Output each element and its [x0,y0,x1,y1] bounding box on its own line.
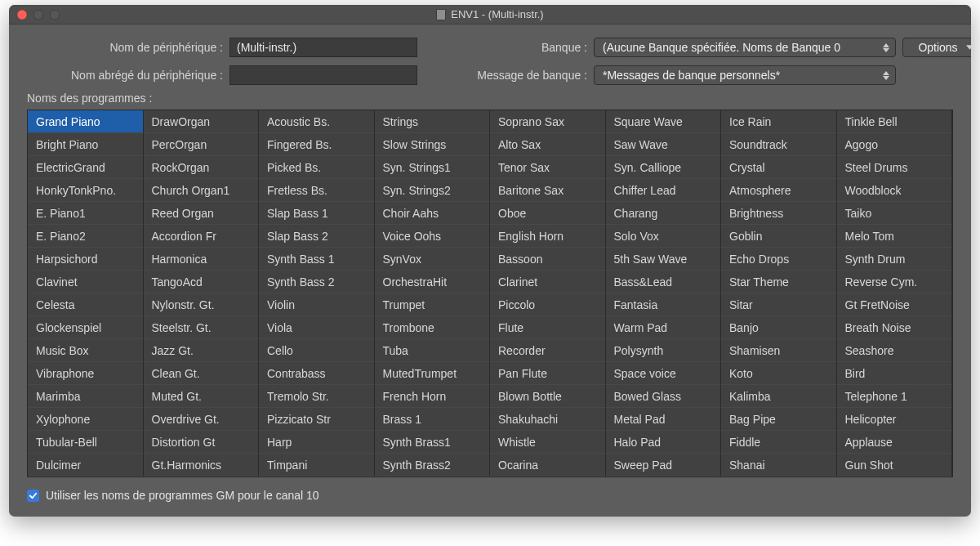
program-cell[interactable]: Baritone Sax [490,179,606,202]
program-cell[interactable]: Charang [606,202,722,225]
program-cell[interactable]: Gt.Harmonics [144,454,260,477]
program-cell[interactable]: Vibraphone [28,362,144,385]
program-cell[interactable]: Harpsichord [28,248,144,271]
program-cell[interactable]: Telephone 1 [837,385,953,408]
program-cell[interactable]: Music Box [28,339,144,362]
program-cell[interactable]: Trumpet [375,293,491,316]
program-cell[interactable]: Steel Drums [837,156,953,179]
program-cell[interactable]: Distortion Gt [144,431,260,454]
program-cell[interactable]: Halo Pad [606,431,722,454]
program-cell[interactable]: Tinkle Bell [837,110,953,133]
program-cell[interactable]: Overdrive Gt. [144,408,260,431]
program-cell[interactable]: Sweep Pad [606,454,722,477]
program-cell[interactable]: 5th Saw Wave [606,248,722,271]
program-cell[interactable]: Chiffer Lead [606,179,722,202]
program-cell[interactable]: TangoAcd [144,271,260,293]
program-cell[interactable]: Tremolo Str. [259,385,375,408]
program-cell[interactable]: Violin [259,293,375,316]
program-cell[interactable]: Synth Drum [837,248,953,271]
program-cell[interactable]: Oboe [490,202,606,225]
program-cell[interactable]: Xylophone [28,408,144,431]
program-cell[interactable]: Brass 1 [375,408,491,431]
program-cell[interactable]: Applause [837,431,953,454]
program-cell[interactable]: Banjo [721,316,837,339]
program-cell[interactable]: Reed Organ [144,202,260,225]
program-cell[interactable]: Brightness [721,202,837,225]
program-cell[interactable]: Clavinet [28,271,144,293]
program-cell[interactable]: Slow Strings [375,133,491,156]
program-cell[interactable]: Breath Noise [837,316,953,339]
program-cell[interactable]: Star Theme [721,271,837,293]
program-cell[interactable]: Reverse Cym. [837,271,953,293]
program-cell[interactable]: Syn. Strings1 [375,156,491,179]
program-cell[interactable]: Trombone [375,316,491,339]
program-cell[interactable]: Bright Piano [28,133,144,156]
program-cell[interactable]: Marimba [28,385,144,408]
device-name-field[interactable]: (Multi-instr.) [229,38,417,57]
program-cell[interactable]: Tenor Sax [490,156,606,179]
program-cell[interactable]: Synth Brass1 [375,431,491,454]
program-cell[interactable]: Muted Gt. [144,385,260,408]
program-cell[interactable]: ElectricGrand [28,156,144,179]
program-cell[interactable]: E. Piano1 [28,202,144,225]
program-cell[interactable]: Space voice [606,362,722,385]
program-cell[interactable]: Strings [375,110,491,133]
program-cell[interactable]: Shakuhachi [490,408,606,431]
program-cell[interactable]: Slap Bass 1 [259,202,375,225]
program-cell[interactable]: E. Piano2 [28,225,144,248]
program-cell[interactable]: Glockenspiel [28,316,144,339]
program-cell[interactable]: Square Wave [606,110,722,133]
program-cell[interactable]: HonkyTonkPno. [28,179,144,202]
program-cell[interactable]: Bowed Glass [606,385,722,408]
program-cell[interactable]: Kalimba [721,385,837,408]
program-cell[interactable]: Syn. Calliope [606,156,722,179]
program-cell[interactable]: Fingered Bs. [259,133,375,156]
program-cell[interactable]: Grand Piano [28,110,144,133]
close-icon[interactable] [17,10,27,20]
program-cell[interactable]: Gun Shot [837,454,953,477]
program-cell[interactable]: Shanai [721,454,837,477]
bank-select[interactable]: (Aucune Banque spécifiée. Noms de Banque… [594,38,896,57]
program-cell[interactable]: Celesta [28,293,144,316]
zoom-icon[interactable] [50,10,60,20]
program-cell[interactable]: Goblin [721,225,837,248]
program-cell[interactable]: Clarinet [490,271,606,293]
program-cell[interactable]: Agogo [837,133,953,156]
program-cell[interactable]: Alto Sax [490,133,606,156]
program-cell[interactable]: Fantasia [606,293,722,316]
program-cell[interactable]: Acoustic Bs. [259,110,375,133]
program-cell[interactable]: Bass&Lead [606,271,722,293]
program-cell[interactable]: Harp [259,431,375,454]
program-cell[interactable]: Soprano Sax [490,110,606,133]
program-cell[interactable]: English Horn [490,225,606,248]
program-cell[interactable]: Ice Rain [721,110,837,133]
program-cell[interactable]: Nylonstr. Gt. [144,293,260,316]
program-cell[interactable]: Woodblock [837,179,953,202]
program-cell[interactable]: Sitar [721,293,837,316]
program-cell[interactable]: Synth Brass2 [375,454,491,477]
program-cell[interactable]: Jazz Gt. [144,339,260,362]
program-cell[interactable]: Flute [490,316,606,339]
program-cell[interactable]: Pan Flute [490,362,606,385]
program-cell[interactable]: Choir Aahs [375,202,491,225]
program-cell[interactable]: Synth Bass 1 [259,248,375,271]
program-cell[interactable]: PercOrgan [144,133,260,156]
program-cell[interactable]: Shamisen [721,339,837,362]
program-cell[interactable]: Ocarina [490,454,606,477]
bank-msg-select[interactable]: *Messages de banque personnels* [594,65,896,85]
program-cell[interactable]: SynVox [375,248,491,271]
program-cell[interactable]: Viola [259,316,375,339]
program-cell[interactable]: Metal Pad [606,408,722,431]
program-cell[interactable]: Accordion Fr [144,225,260,248]
program-cell[interactable]: Synth Bass 2 [259,271,375,293]
program-cell[interactable]: Pizzicato Str [259,408,375,431]
program-cell[interactable]: Helicopter [837,408,953,431]
program-cell[interactable]: Bag Pipe [721,408,837,431]
program-cell[interactable]: Taiko [837,202,953,225]
program-cell[interactable]: Polysynth [606,339,722,362]
program-cell[interactable]: Harmonica [144,248,260,271]
short-name-field[interactable] [229,65,417,85]
program-cell[interactable]: Tubular-Bell [28,431,144,454]
program-cell[interactable]: Koto [721,362,837,385]
program-cell[interactable]: Steelstr. Gt. [144,316,260,339]
